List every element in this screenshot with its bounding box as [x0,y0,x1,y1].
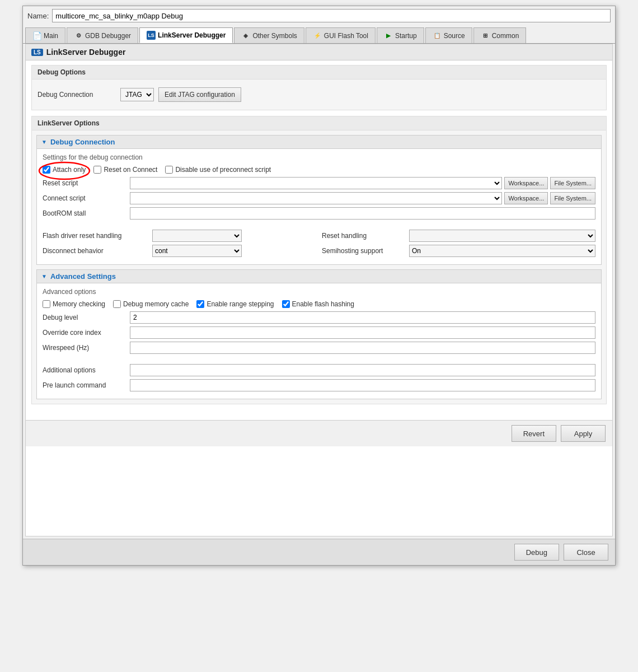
memory-checking-item: Memory checking [43,300,105,308]
tab-startup[interactable]: ▶ Startup [377,27,424,43]
debug-conn-title: Debug Connection [50,138,115,146]
debug-connection-row: Debug Connection JTAG SWD Edit JTAG conf… [37,87,601,102]
name-input[interactable] [52,9,611,22]
flash-driver-select[interactable] [152,230,242,242]
attach-only-checkbox-item: Attach only [43,166,86,174]
debug-conn-content: Settings for the debug connection [37,149,601,264]
connect-workspace-button[interactable]: Workspace... [504,192,548,204]
main-tab-icon: 📄 [32,31,41,40]
debug-level-input[interactable] [130,311,595,324]
additional-options-input[interactable] [130,364,595,376]
reset-script-select-group: Workspace... File System... [130,177,595,189]
override-core-label: Override core index [43,329,126,337]
debug-memory-cache-item: Debug memory cache [113,300,189,308]
bootrom-row: BootROM stall [43,207,595,220]
advanced-triangle-icon: ▼ [41,273,47,279]
enable-range-stepping-item: Enable range stepping [196,300,274,308]
section-title: LS LinkServer Debugger [31,48,125,57]
tab-linkserver[interactable]: LS LinkServer Debugger [139,27,233,43]
wirespeed-input[interactable] [130,342,595,354]
memory-checking-label: Memory checking [53,300,105,308]
debug-level-label: Debug level [43,314,126,321]
advanced-settings-content: Advanced options Memory checking Debug m… [37,283,601,399]
bootrom-input[interactable] [130,207,595,220]
tab-bar: 📄 Main ⚙ GDB Debugger LS LinkServer Debu… [23,25,615,44]
debug-options-group: Debug Options Debug Connection JTAG SWD … [31,65,607,110]
connect-script-row: Connect script Workspace... File System.… [43,192,595,204]
tab-linkserver-label: LinkServer Debugger [158,31,226,39]
tab-source[interactable]: 📋 Source [425,27,472,43]
semihosting-col: Semihosting support On Off [322,245,595,257]
memory-checking-checkbox[interactable] [43,300,50,308]
reset-on-connect-item: Reset on Connect [93,166,157,174]
advanced-settings-title: Advanced Settings [50,272,116,281]
wirespeed-row: Wirespeed (Hz) [43,342,595,354]
semihosting-select[interactable]: On Off [409,245,595,257]
disable-preconnect-item: Disable use of preconnect script [165,166,271,174]
tab-main[interactable]: 📄 Main [25,27,65,43]
tab-gdb[interactable]: ⚙ GDB Debugger [67,27,138,43]
gui-tab-icon: ⚡ [313,31,322,40]
tab-common[interactable]: ⊞ Common [473,27,527,43]
tab-gdb-label: GDB Debugger [85,32,131,40]
ls-badge: LS [31,49,43,56]
attach-only-checkbox[interactable] [43,166,50,174]
disconnect-col: Disconnect behavior cont halt [43,245,316,257]
attach-only-container: Attach only [43,166,86,174]
reset-handling-select[interactable] [409,230,595,242]
disconnect-label: Disconnect behavior [43,247,149,255]
tab-other-label: Other Symbols [252,32,297,40]
disconnect-semi-row: Disconnect behavior cont halt Semihostin… [43,245,595,257]
tab-main-label: Main [44,32,58,40]
reset-filesystem-button[interactable]: File System... [550,177,595,189]
triangle-icon: ▼ [41,139,47,145]
reset-on-connect-checkbox[interactable] [93,166,101,174]
edit-jtag-button[interactable]: Edit JTAG configuration [158,87,241,102]
content-area: LS LinkServer Debugger Debug Options Deb… [25,44,613,536]
revert-apply-bar: Revert Apply [26,420,612,446]
debug-level-row: Debug level [43,311,595,324]
disable-preconnect-checkbox[interactable] [165,166,173,174]
reset-on-connect-label: Reset on Connect [104,166,157,174]
section-header: LS LinkServer Debugger [26,44,612,60]
override-core-input[interactable] [130,326,595,339]
flash-driver-label: Flash driver reset handling [43,232,149,240]
tab-gui-flash[interactable]: ⚡ GUI Flash Tool [306,27,376,43]
pre-launch-input[interactable] [130,379,595,391]
apply-button[interactable]: Apply [561,425,606,442]
common-tab-icon: ⊞ [481,31,490,40]
disconnect-select[interactable]: cont halt [152,245,242,257]
tab-common-label: Common [492,32,519,40]
tab-source-label: Source [444,32,465,40]
disable-preconnect-label: Disable use of preconnect script [175,166,271,174]
reset-script-label: Reset script [43,179,126,187]
startup-tab-icon: ▶ [384,31,393,40]
debug-connection-label: Debug Connection [37,91,116,99]
reset-workspace-button[interactable]: Workspace... [504,177,548,189]
advanced-settings-subsection: ▼ Advanced Settings Advanced options Mem… [36,269,602,399]
revert-button[interactable]: Revert [512,425,556,442]
enable-range-stepping-checkbox[interactable] [196,300,204,308]
tab-gui-label: GUI Flash Tool [324,32,368,40]
debug-connection-select[interactable]: JTAG SWD [120,88,154,101]
additional-options-row: Additional options [43,364,595,376]
debug-conn-header: ▼ Debug Connection [37,136,601,149]
reset-handling-label: Reset handling [322,232,406,240]
debug-conn-subsection: ▼ Debug Connection Settings for the debu… [36,135,602,265]
reset-script-select[interactable] [130,177,502,189]
reset-script-row: Reset script Workspace... File System... [43,177,595,189]
linkserver-options-group: LinkServer Options ▼ Debug Connection Se… [31,116,607,404]
pre-launch-row: Pre launch command [43,379,595,391]
debug-memory-cache-checkbox[interactable] [113,300,121,308]
enable-flash-hashing-checkbox[interactable] [282,300,290,308]
connect-filesystem-button[interactable]: File System... [550,192,595,204]
debug-button[interactable]: Debug [514,544,559,561]
name-field-row: Name: [23,6,615,25]
advanced-checkbox-row: Memory checking Debug memory cache Enabl… [43,300,595,308]
name-label: Name: [27,12,49,20]
enable-flash-hashing-item: Enable flash hashing [282,300,354,308]
linkserver-options-title: LinkServer Options [32,116,606,130]
connect-script-select[interactable] [130,192,502,204]
tab-other[interactable]: ◈ Other Symbols [234,27,304,43]
close-button[interactable]: Close [564,544,608,561]
